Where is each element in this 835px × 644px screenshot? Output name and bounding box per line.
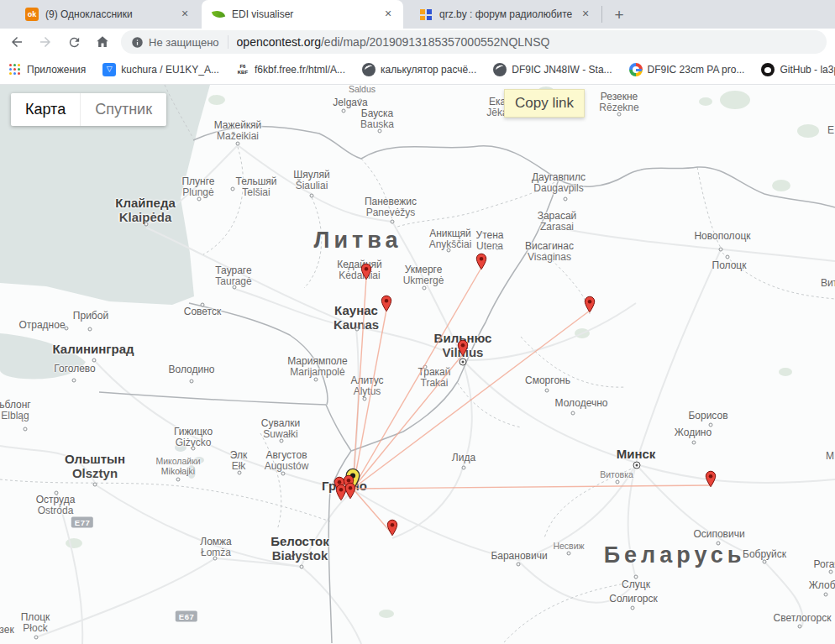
close-icon[interactable]: ×	[579, 8, 592, 21]
address-bar[interactable]: Не защищено opencontest.org/edi/map/2019…	[121, 30, 827, 54]
new-tab-button[interactable]: +	[608, 4, 630, 26]
bookmarks-bar: Приложения ▽ kuchura / EU1KY_A... F6KBF …	[0, 55, 835, 85]
google-g-icon	[629, 63, 643, 76]
tab-qrz-forum[interactable]: qrz.by : форум радиолюбителей ×	[409, 0, 601, 29]
f6kbf-text-icon: F6KBF	[236, 63, 249, 76]
bookmark-label: Приложения	[27, 64, 86, 76]
close-icon[interactable]: ×	[178, 8, 192, 21]
bookmark-df9ic-jn48iw[interactable]: DF9IC JN48IW - Sta...	[493, 63, 612, 76]
leaf-icon	[212, 8, 225, 21]
url-domain: opencontest.org	[237, 35, 321, 49]
back-button[interactable]	[5, 30, 29, 54]
home-button[interactable]	[91, 30, 114, 54]
reload-button[interactable]	[62, 30, 86, 54]
copy-link-tooltip: Copy link	[504, 89, 585, 118]
globe-dark-icon	[362, 63, 375, 76]
tab-divider	[601, 6, 602, 23]
tab-odnoklassniki[interactable]: ok (9) Одноклассники ×	[15, 0, 200, 29]
bookmark-kuchura[interactable]: ▽ kuchura / EU1KY_A...	[102, 63, 219, 76]
browser-toolbar: Не защищено opencontest.org/edi/map/2019…	[0, 29, 835, 55]
bookmark-calculator[interactable]: калькулятор расчё...	[362, 63, 476, 76]
qrz-squares-icon	[419, 8, 433, 21]
github-icon	[761, 63, 775, 76]
info-icon[interactable]	[131, 36, 144, 49]
url-path: /edi/map/20190913185357000552NQLNSQ	[321, 35, 549, 49]
tab-title: qrz.by : форум радиолюбителей	[439, 8, 572, 20]
satellite-view-button[interactable]: Спутник	[80, 93, 166, 126]
security-label: Не защищено	[149, 36, 219, 49]
forward-button[interactable]	[34, 30, 57, 54]
map-view-button[interactable]: Карта	[11, 93, 80, 126]
tab-title: EDI visualiser	[232, 8, 375, 20]
tab-strip: ok (9) Одноклассники × EDI visualiser × …	[0, 0, 835, 29]
bookmark-f6kbf[interactable]: F6KBF f6kbf.free.fr/html/A...	[236, 63, 345, 76]
apps-grid-icon	[8, 63, 22, 76]
bookmark-label: калькулятор расчё...	[381, 64, 476, 76]
map-canvas[interactable]: SaldusJelgavaБаускаBauskaРезекнеRēzekneЕ…	[0, 85, 835, 644]
bookmark-label: GitHub - la3p...	[780, 64, 835, 76]
bookmark-github[interactable]: GitHub - la3p...	[761, 63, 835, 76]
globe-dark-icon	[493, 63, 507, 76]
bookmark-df9ic-23cm[interactable]: DF9IC 23cm PA pro...	[629, 63, 745, 76]
map-type-control: Карта Спутник	[11, 93, 166, 126]
close-icon[interactable]: ×	[381, 8, 395, 21]
tab-title: (9) Одноклассники	[45, 8, 171, 20]
omnibox-divider	[228, 35, 228, 49]
ok-logo-icon: ok	[25, 8, 39, 21]
bitbucket-icon: ▽	[102, 63, 116, 76]
tab-edi-visualiser[interactable]: EDI visualiser ×	[202, 0, 403, 29]
bookmark-label: f6kbf.free.fr/html/A...	[255, 64, 345, 76]
bookmark-apps[interactable]: Приложения	[8, 63, 86, 76]
bookmark-label: DF9IC JN48IW - Sta...	[512, 64, 612, 76]
bookmark-label: kuchura / EU1KY_A...	[121, 64, 219, 76]
map-base-layer	[0, 85, 835, 644]
bookmark-label: DF9IC 23cm PA pro...	[648, 64, 745, 76]
url-text: opencontest.org/edi/map/2019091318535700…	[237, 35, 550, 49]
